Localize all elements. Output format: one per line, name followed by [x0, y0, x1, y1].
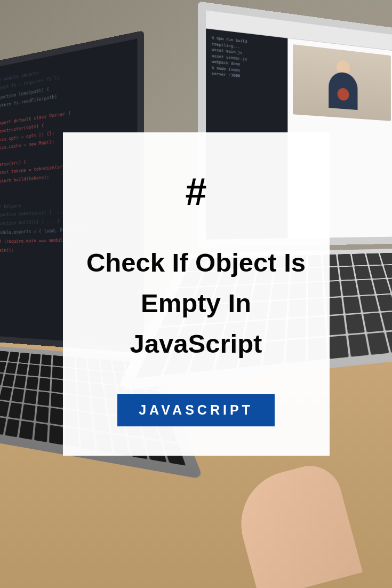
category-badge: JAVASCRIPT	[117, 394, 275, 426]
content-card: # Check If Object Is Empty In JavaScript…	[63, 132, 330, 456]
person-photo	[293, 44, 391, 121]
article-title: Check If Object Is Empty In JavaScript	[84, 243, 308, 364]
hash-icon: #	[84, 170, 308, 213]
